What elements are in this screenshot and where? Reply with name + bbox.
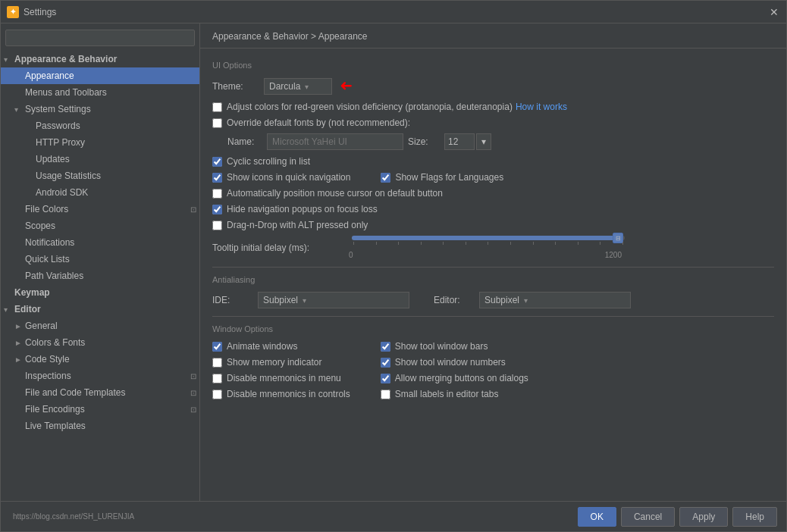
sidebar-label-updates: Updates xyxy=(36,154,196,164)
checkbox-mnemonics-menu[interactable] xyxy=(212,374,222,383)
sidebar-label-scopes: Scopes xyxy=(25,221,196,231)
checkbox-colors-red-green[interactable] xyxy=(212,102,222,112)
cancel-button[interactable]: Cancel xyxy=(621,507,675,527)
slider-track[interactable]: ⊟ xyxy=(352,236,625,240)
ok-button[interactable]: OK xyxy=(578,507,616,527)
checkbox-icons[interactable] xyxy=(212,173,222,183)
window-options-label: Window Options xyxy=(212,324,774,333)
slider-max: 1200 xyxy=(605,251,622,259)
checkbox-icons-label: Show icons in quick navigation xyxy=(227,172,350,183)
checkbox-hide-nav[interactable] xyxy=(212,205,222,214)
slider-min: 0 xyxy=(349,251,353,259)
help-button[interactable]: Help xyxy=(732,507,777,527)
checkbox-tool-window-bars-label: Show tool window bars xyxy=(395,341,488,352)
sidebar-item-keymap[interactable]: Keymap xyxy=(1,284,199,301)
size-dropdown[interactable]: ▾ xyxy=(476,133,491,150)
checkbox-drag-drop[interactable] xyxy=(212,221,222,230)
editor-dropdown[interactable]: Subpixel ▾ xyxy=(479,292,631,308)
checkbox-cyclic-label: Cyclic scrolling in list xyxy=(227,156,310,167)
checkbox-mnemonics-menu-row: Disable mnemonics in menu xyxy=(212,373,350,383)
sidebar-item-scopes[interactable]: Scopes xyxy=(1,217,199,234)
checkbox-flags[interactable] xyxy=(381,173,390,183)
theme-row: Theme: Darcula ▾ ➜ xyxy=(212,77,774,95)
checkbox-auto-mouse[interactable] xyxy=(212,189,222,199)
sidebar-label-file-code-templates: File and Code Templates xyxy=(25,387,187,398)
sidebar-label-android-sdk: Android SDK xyxy=(36,187,196,198)
sidebar-label-editor: Editor xyxy=(14,304,196,315)
name-input[interactable] xyxy=(267,133,403,150)
badge-file-encodings: ⊡ xyxy=(190,405,196,414)
sidebar-item-colors-fonts[interactable]: ►Colors & Fonts xyxy=(1,334,199,351)
search-input[interactable] xyxy=(5,30,195,46)
theme-dropdown-arrow: ▾ xyxy=(305,83,309,91)
breadcrumb: Appearance & Behavior > Appearance xyxy=(200,23,786,49)
checkbox-animate-label: Animate windows xyxy=(227,341,297,352)
sidebar-item-system-settings[interactable]: ▾System Settings xyxy=(1,101,199,117)
close-button[interactable]: ✕ xyxy=(768,6,780,18)
sidebar-item-updates[interactable]: Updates xyxy=(1,151,199,167)
checkbox-tool-window-bars-row: Show tool window bars xyxy=(381,341,528,352)
ide-value: Subpixel xyxy=(263,295,298,305)
sidebar-label-colors-fonts: Colors & Fonts xyxy=(25,337,196,348)
sidebar-label-code-style: Code Style xyxy=(25,354,196,365)
sidebar-item-general[interactable]: ►General xyxy=(1,318,199,334)
checkbox-memory[interactable] xyxy=(212,358,222,368)
name-label: Name: xyxy=(227,136,261,147)
sidebar-item-live-templates[interactable]: Live Templates xyxy=(1,418,199,434)
sidebar-item-editor[interactable]: ▾Editor xyxy=(1,301,199,318)
theme-value: Darcula xyxy=(269,81,300,92)
sidebar-item-code-style[interactable]: ►Code Style xyxy=(1,351,199,368)
sidebar-item-appearance-behavior[interactable]: ▾Appearance & Behavior xyxy=(1,51,199,67)
checkbox-tool-window-bars[interactable] xyxy=(381,342,390,352)
sidebar-item-usage-statistics[interactable]: Usage Statistics xyxy=(1,167,199,184)
checkbox-tool-numbers-label: Show tool window numbers xyxy=(395,357,506,368)
checkbox-colors-row: Adjust colors for red-green vision defic… xyxy=(212,102,774,112)
size-input[interactable] xyxy=(444,133,475,150)
checkbox-small-labels[interactable] xyxy=(381,390,390,399)
sidebar-item-notifications[interactable]: Notifications xyxy=(1,234,199,251)
ide-dropdown[interactable]: Subpixel ▾ xyxy=(258,292,409,308)
checkbox-animate[interactable] xyxy=(212,342,222,352)
bottom-bar: https://blog.csdn.net/SH_LURENJIA OK Can… xyxy=(1,501,786,531)
sidebar-item-path-variables[interactable]: Path Variables xyxy=(1,268,199,284)
sidebar-item-android-sdk[interactable]: Android SDK xyxy=(1,184,199,201)
sidebar-item-appearance[interactable]: Appearance xyxy=(1,67,199,84)
sidebar-item-file-code-templates[interactable]: File and Code Templates⊡ xyxy=(1,384,199,401)
checkbox-override-fonts-label: Override default fonts by (not recommend… xyxy=(227,117,410,128)
content-area: UI Options Theme: Darcula ▾ ➜ Adjust col… xyxy=(200,49,786,501)
sidebar-item-file-encodings[interactable]: File Encodings⊡ xyxy=(1,401,199,418)
checkbox-tool-numbers[interactable] xyxy=(381,358,390,368)
two-col-icons-flags: Show icons in quick navigation Show Flag… xyxy=(212,172,774,188)
sidebar-item-menus-toolbars[interactable]: Menus and Toolbars xyxy=(1,84,199,101)
name-size-row: Name: Size: ▾ xyxy=(227,133,774,150)
sidebar-item-http-proxy[interactable]: HTTP Proxy xyxy=(1,134,199,151)
checkbox-cyclic[interactable] xyxy=(212,157,222,167)
checkbox-tool-numbers-row: Show tool window numbers xyxy=(381,357,528,368)
slider-row: Tooltip initial delay (ms): ⊟ xyxy=(212,236,774,259)
right-panel: Appearance & Behavior > Appearance UI Op… xyxy=(200,23,786,501)
how-it-works-link[interactable]: How it works xyxy=(516,102,567,112)
checkbox-allow-merging-label: Allow merging buttons on dialogs xyxy=(395,373,528,383)
theme-dropdown[interactable]: Darcula ▾ xyxy=(264,78,332,95)
checkbox-allow-merging[interactable] xyxy=(381,374,390,383)
tree-arrow-editor: ▾ xyxy=(4,305,14,314)
sidebar-label-system-settings: System Settings xyxy=(25,104,196,114)
sidebar-label-http-proxy: HTTP Proxy xyxy=(36,137,196,148)
sidebar-item-file-colors[interactable]: File Colors⊡ xyxy=(1,201,199,217)
checkbox-override-fonts[interactable] xyxy=(212,118,222,128)
badge-file-colors: ⊡ xyxy=(190,205,196,214)
main-content: ▾Appearance & BehaviorAppearanceMenus an… xyxy=(1,23,786,501)
checkbox-colors-label: Adjust colors for red-green vision defic… xyxy=(227,102,513,112)
sidebar-item-passwords[interactable]: Passwords xyxy=(1,117,199,134)
checkbox-flags-label: Show Flags for Languages xyxy=(395,172,503,183)
watermark: https://blog.csdn.net/SH_LURENJIA xyxy=(10,512,134,521)
sidebar-label-path-variables: Path Variables xyxy=(25,271,196,281)
sidebar-item-quick-lists[interactable]: Quick Lists xyxy=(1,251,199,268)
app-icon: ✦ xyxy=(7,6,19,18)
apply-button[interactable]: Apply xyxy=(679,507,728,527)
sidebar-item-inspections[interactable]: Inspections⊡ xyxy=(1,368,199,384)
sidebar-label-menus-toolbars: Menus and Toolbars xyxy=(25,87,196,98)
title-bar: ✦ Settings ✕ xyxy=(1,1,786,23)
sidebar-label-quick-lists: Quick Lists xyxy=(25,254,196,264)
checkbox-disable-controls[interactable] xyxy=(212,390,222,399)
